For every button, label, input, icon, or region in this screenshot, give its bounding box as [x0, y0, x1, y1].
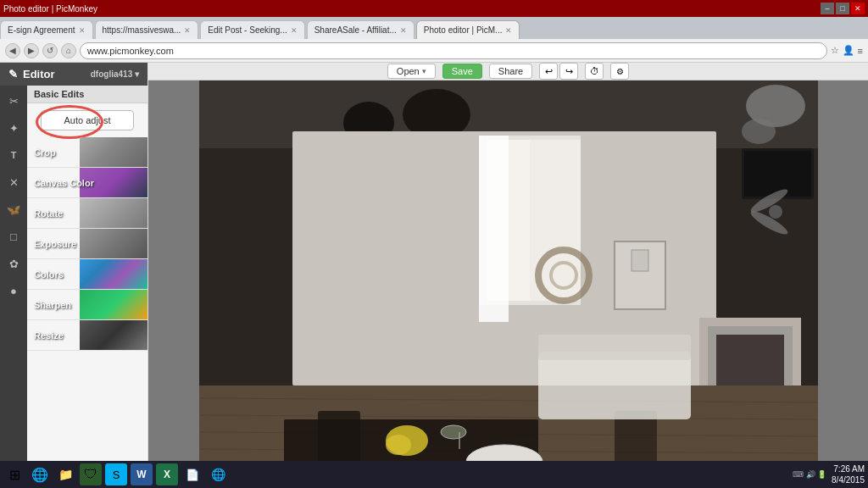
tabs-bar: E-sign Agreement ✕ https://massiveswa...…	[0, 17, 868, 39]
tab-close-icon[interactable]: ✕	[505, 26, 512, 35]
crop-label: Crop	[34, 147, 56, 158]
rotate-tool[interactable]: Rotate	[27, 198, 147, 229]
canvas-label: Canvas Color	[34, 178, 94, 188]
undo-button[interactable]: ↩	[539, 63, 558, 80]
food-icon[interactable]: ●	[2, 279, 25, 302]
tab-massive[interactable]: https://massiveswa... ✕	[95, 20, 199, 39]
window-controls: – □ ✕	[821, 3, 865, 14]
excel-taskbar-icon[interactable]: X	[156, 463, 178, 485]
skype-taskbar-icon[interactable]: S	[105, 463, 127, 485]
taskbar: ⊞ 🌐 📁 🛡 S W X 📄 🌐 ⌨ 🔊 🔋 7:26 AM 8/4/2015	[0, 461, 868, 488]
refresh-button[interactable]: ↺	[42, 43, 58, 58]
window-titlebar: Photo editor | PicMonkey – □ ✕	[0, 0, 868, 17]
home-button[interactable]: ⌂	[61, 43, 76, 58]
photo-toolbar: Open ▾ Save Share ↩ ↪ ⏱ ⚙	[148, 63, 868, 80]
crop-thumbnail	[80, 137, 147, 167]
seasons-icon[interactable]: ✿	[2, 252, 25, 275]
crop-tool-icon[interactable]: ✂	[2, 89, 25, 113]
tab-close-icon[interactable]: ✕	[291, 26, 298, 35]
sharpen-label: Sharpen	[34, 300, 71, 310]
overlay-icon[interactable]: ✕	[2, 170, 25, 194]
text-icon[interactable]: T	[2, 143, 25, 167]
auto-adjust-button[interactable]: Auto adjust	[41, 110, 134, 130]
address-bar[interactable]: www.picmonkey.com	[80, 42, 827, 59]
back-button[interactable]: ◀	[5, 43, 20, 58]
forward-button[interactable]: ▶	[24, 43, 39, 58]
security-taskbar-icon[interactable]: 🛡	[80, 463, 102, 485]
svg-point-5	[742, 119, 776, 144]
editor-label: Editor	[23, 68, 55, 80]
tab-close-icon[interactable]: ✕	[400, 26, 407, 35]
share-button[interactable]: Share	[489, 64, 532, 79]
colors-tool[interactable]: Colors	[27, 259, 147, 290]
nav-bar: ◀ ▶ ↺ ⌂ www.picmonkey.com ☆ 👤 ≡	[0, 39, 868, 63]
tab-picmonkey[interactable]: Photo editor | PicM... ✕	[416, 20, 520, 39]
room-photo	[199, 80, 818, 486]
panel-body: ✂ ✦ T ✕ 🦋 □ ✿ ● Basic Edits Auto adjust	[0, 86, 147, 486]
tray-icons: ⌨ 🔊 🔋	[793, 470, 826, 479]
system-tray: ⌨ 🔊 🔋	[793, 470, 826, 479]
sharpen-thumbnail	[80, 290, 147, 319]
tab-shareasale[interactable]: ShareASale - Affiliat... ✕	[307, 20, 415, 39]
colors-label: Colors	[34, 269, 64, 280]
exposure-label: Exposure	[34, 239, 76, 249]
close-button[interactable]: ✕	[851, 3, 865, 14]
user-label[interactable]: dfoglia413 ▾	[91, 69, 139, 79]
rotate-label: Rotate	[34, 208, 63, 219]
svg-rect-32	[538, 335, 691, 360]
star-icon[interactable]: ☆	[831, 45, 839, 56]
sharpen-tool[interactable]: Sharpen	[27, 290, 147, 320]
svg-point-35	[769, 205, 782, 219]
browser-taskbar-icon[interactable]: 🌐	[29, 463, 51, 485]
resize-label: Resize	[34, 330, 64, 341]
open-button[interactable]: Open ▾	[387, 64, 436, 79]
history-button[interactable]: ⏱	[585, 63, 604, 80]
user-icon[interactable]: 👤	[843, 45, 854, 56]
canvas-color-tool[interactable]: Canvas Color	[27, 168, 147, 198]
start-button[interactable]: ⊞	[3, 463, 25, 485]
left-panel: ✎ Editor dfoglia413 ▾ ✂ ✦ T ✕ 🦋 □ ✿ ● Ba…	[0, 63, 148, 486]
basic-edits-title: Basic Edits	[27, 86, 147, 103]
auto-adjust-container: Auto adjust	[27, 103, 147, 137]
rotate-thumbnail	[80, 198, 147, 228]
tab-esign[interactable]: E-sign Agreement ✕	[0, 20, 93, 39]
save-button[interactable]: Save	[442, 64, 482, 79]
frames-icon[interactable]: 🦋	[2, 197, 25, 221]
photo-area: Open ▾ Save Share ↩ ↪ ⏱ ⚙	[148, 63, 868, 486]
tab-close-icon[interactable]: ✕	[184, 26, 191, 35]
svg-rect-31	[538, 352, 691, 419]
menu-icon[interactable]: ≡	[858, 46, 863, 56]
redo-button[interactable]: ↪	[559, 63, 578, 80]
editor-logo: ✎	[8, 68, 18, 80]
clock: 7:26 AM 8/4/2015	[832, 463, 865, 485]
panel-header: ✎ Editor dfoglia413 ▾	[0, 63, 147, 86]
svg-rect-12	[632, 250, 648, 271]
tab-close-icon[interactable]: ✕	[79, 26, 86, 35]
svg-rect-10	[479, 136, 509, 322]
browser-chrome: E-sign Agreement ✕ https://massiveswa...…	[0, 17, 868, 63]
svg-rect-29	[459, 432, 460, 449]
crop-tool[interactable]: Crop	[27, 137, 147, 168]
minimize-button[interactable]: –	[821, 3, 834, 14]
textures-icon[interactable]: □	[2, 225, 25, 248]
resize-tool[interactable]: Resize	[27, 320, 147, 351]
svg-point-28	[441, 425, 466, 439]
main-content: ✎ Editor dfoglia413 ▾ ✂ ✦ T ✕ 🦋 □ ✿ ● Ba…	[0, 63, 868, 486]
retouch-icon[interactable]: ✦	[2, 116, 25, 140]
dropdown-arrow-icon: ▾	[422, 67, 426, 75]
tab-editpost[interactable]: Edit Post - Seeking... ✕	[200, 20, 304, 39]
pdf-taskbar-icon[interactable]: 📄	[181, 463, 203, 485]
settings-button[interactable]: ⚙	[610, 63, 629, 80]
photo-canvas: 38%	[148, 80, 868, 486]
explorer-taskbar-icon[interactable]: 📁	[54, 463, 76, 485]
sidebar-icons: ✂ ✦ T ✕ 🦋 □ ✿ ●	[0, 86, 27, 486]
colors-thumbnail	[80, 259, 147, 289]
taskbar-left: ⊞ 🌐 📁 🛡 S W X 📄 🌐	[3, 463, 229, 485]
window-title: Photo editor | PicMonkey	[3, 4, 97, 14]
exposure-tool[interactable]: Exposure	[27, 229, 147, 259]
word-taskbar-icon[interactable]: W	[131, 463, 153, 485]
svg-point-27	[386, 435, 411, 455]
maximize-button[interactable]: □	[836, 3, 849, 14]
exposure-thumbnail	[80, 229, 147, 258]
ie-taskbar-icon[interactable]: 🌐	[207, 463, 229, 485]
